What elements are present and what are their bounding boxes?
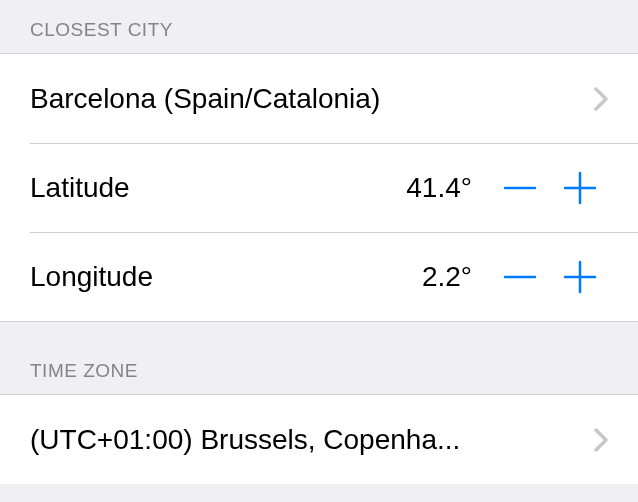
time-zone-row[interactable]: (UTC+01:00) Brussels, Copenha... [0, 395, 638, 484]
latitude-value: 41.4° [130, 172, 492, 204]
longitude-plus-button[interactable] [552, 249, 608, 305]
latitude-label: Latitude [30, 172, 130, 204]
latitude-minus-button[interactable] [492, 160, 548, 216]
section-header-time-zone: Time Zone [0, 322, 638, 394]
longitude-minus-button[interactable] [492, 249, 548, 305]
city-row[interactable]: Barcelona (Spain/Catalonia) [0, 54, 638, 143]
longitude-label: Longitude [30, 261, 153, 293]
section-header-closest-city: Closest City [0, 0, 638, 53]
longitude-value: 2.2° [153, 261, 492, 293]
time-zone-value: (UTC+01:00) Brussels, Copenha... [30, 424, 579, 456]
chevron-right-icon [594, 428, 608, 452]
time-zone-list: (UTC+01:00) Brussels, Copenha... [0, 394, 638, 484]
closest-city-list: Barcelona (Spain/Catalonia) Latitude 41.… [0, 53, 638, 322]
longitude-row: Longitude 2.2° [0, 232, 638, 321]
chevron-right-icon [594, 87, 608, 111]
city-value: Barcelona (Spain/Catalonia) [30, 83, 579, 115]
latitude-plus-button[interactable] [552, 160, 608, 216]
latitude-row: Latitude 41.4° [0, 143, 638, 232]
